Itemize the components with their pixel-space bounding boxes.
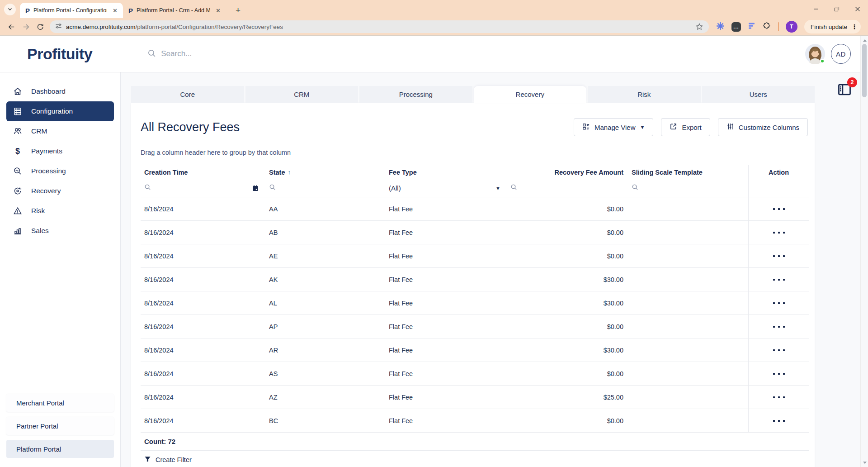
chevron-down-icon: ▼: [495, 186, 500, 191]
sidebar-item-label: Processing: [31, 167, 66, 175]
tab-label: CRM: [294, 91, 309, 98]
sidebar-item-label: Risk: [31, 207, 45, 215]
scrollbar-thumb[interactable]: [862, 44, 867, 97]
filter-recovery-fee-amount[interactable]: [507, 179, 628, 197]
spinner-extension-icon[interactable]: [716, 22, 725, 32]
table-body: 8/16/2024 AA Flat Fee $0.00: [141, 197, 809, 433]
back-icon[interactable]: [5, 20, 18, 33]
portal-button-partner-portal[interactable]: Partner Portal: [6, 417, 114, 435]
portal-switcher: Merchant Portal Partner Portal Platform …: [6, 389, 114, 458]
tab-crm[interactable]: CRM: [245, 86, 359, 103]
vertical-scrollbar[interactable]: [860, 36, 868, 467]
profituity-logo: Profituity: [27, 45, 92, 63]
action-cell: [748, 362, 809, 385]
row-actions-button[interactable]: [763, 343, 795, 357]
url-path: /platform-portal/Configuration/Recovery/…: [136, 24, 283, 30]
column-header-action: Action: [748, 165, 809, 179]
filter-state[interactable]: [265, 179, 385, 197]
row-actions-button[interactable]: [763, 391, 795, 404]
filter-bars-extension-icon[interactable]: [748, 22, 756, 32]
tab-risk[interactable]: Risk: [588, 86, 701, 103]
close-tab-icon[interactable]: ✕: [214, 6, 222, 15]
sidebar-item-configuration[interactable]: Configuration: [6, 101, 114, 121]
tab-label: Users: [750, 91, 767, 98]
sidebar-item-label: Dashboard: [31, 87, 66, 95]
group-by-hint[interactable]: Drag a column header here to group by th…: [131, 136, 815, 165]
browser-menu-icon[interactable]: ⋮: [851, 24, 858, 30]
tab-core[interactable]: Core: [131, 86, 244, 103]
portal-button-platform-portal[interactable]: Platform Portal: [6, 440, 114, 458]
url-domain: acme.demo.profituity.com: [66, 24, 136, 30]
sidebar-item-risk[interactable]: Risk: [6, 201, 114, 221]
action-cell: [748, 268, 809, 291]
bookmark-star-icon[interactable]: [695, 23, 703, 31]
close-button[interactable]: [847, 0, 868, 18]
card-header: All Recovery Fees Manage View ▼ Export: [131, 103, 815, 136]
filter-sliding-scale-template[interactable]: [628, 179, 748, 197]
scroll-down-arrow[interactable]: [861, 459, 868, 466]
tab-search-button[interactable]: [4, 4, 16, 15]
extensions-puzzle-icon[interactable]: [763, 22, 771, 32]
message-extension-icon[interactable]: ...: [731, 22, 741, 32]
browser-profile-avatar[interactable]: T: [786, 21, 797, 33]
tab-users[interactable]: Users: [702, 86, 815, 103]
new-tab-button[interactable]: +: [232, 5, 244, 15]
column-header-sliding-scale-template[interactable]: Sliding Scale Template: [628, 169, 748, 176]
cell-fee-type: Flat Fee: [385, 300, 507, 307]
calendar-icon[interactable]: [252, 185, 259, 192]
minimize-button[interactable]: [806, 0, 826, 18]
forward-icon[interactable]: [19, 20, 33, 33]
portal-button-label: Merchant Portal: [16, 399, 64, 407]
sidebar-item-label: Payments: [31, 147, 62, 155]
row-actions-button[interactable]: [763, 226, 795, 239]
close-tab-icon[interactable]: ✕: [111, 6, 119, 15]
row-actions-button[interactable]: [763, 202, 795, 216]
url-bar[interactable]: acme.demo.profituity.com/platform-portal…: [50, 20, 709, 33]
column-header-fee-type[interactable]: Fee Type: [385, 169, 507, 176]
tab-recovery[interactable]: Recovery: [474, 86, 587, 103]
avatar[interactable]: [805, 44, 825, 64]
create-filter-button[interactable]: Create Filter: [141, 451, 809, 467]
row-actions-button[interactable]: [763, 367, 795, 381]
sidebar-item-payments[interactable]: $ Payments: [6, 141, 114, 161]
reload-icon[interactable]: [33, 20, 47, 33]
filter-creation-time[interactable]: [141, 179, 265, 197]
browser-tab-platform-portal-configuration[interactable]: P Platform Portal - Configuration ✕: [20, 3, 123, 18]
card-actions: Manage View ▼ Export Customize Columns: [574, 118, 808, 136]
site-settings-icon[interactable]: [55, 23, 62, 31]
row-actions-button[interactable]: [763, 414, 795, 428]
cell-fee-type: Flat Fee: [385, 323, 507, 330]
sidebar-item-sales[interactable]: Sales: [6, 221, 114, 241]
column-header-recovery-fee-amount[interactable]: Recovery Fee Amount: [507, 169, 628, 176]
manage-view-button[interactable]: Manage View ▼: [574, 118, 654, 136]
cell-recovery-fee-amount: $0.00: [507, 370, 628, 377]
screen: P Platform Portal - Configuration ✕ P Pl…: [0, 0, 868, 467]
row-actions-button[interactable]: [763, 249, 795, 263]
portal-button-merchant-portal[interactable]: Merchant Portal: [6, 394, 114, 412]
row-actions-button[interactable]: [763, 296, 795, 310]
browser-tab-platform-portal-crm-add-me[interactable]: P Platform Portal - Crm - Add Me ✕: [123, 3, 226, 18]
column-header-creation-time[interactable]: Creation Time: [141, 169, 265, 176]
row-actions-button[interactable]: [763, 320, 795, 334]
tab-processing[interactable]: Processing: [359, 86, 472, 103]
export-button[interactable]: Export: [661, 118, 710, 136]
search-icon: [510, 184, 517, 192]
action-cell: [748, 338, 809, 362]
sidebar-item-processing[interactable]: Processing: [6, 161, 114, 181]
portal-button-label: Platform Portal: [16, 445, 61, 453]
sidebar-item-dashboard[interactable]: Dashboard: [6, 81, 114, 101]
sidebar-item-recovery[interactable]: Recovery: [6, 181, 114, 201]
user-initials-button[interactable]: AD: [831, 44, 851, 64]
side-panel-toggle[interactable]: 2: [835, 81, 854, 100]
sidebar-nav: Dashboard Configuration CRM $ Pay: [6, 81, 114, 241]
search-input[interactable]: [161, 49, 324, 58]
sidebar-item-crm[interactable]: CRM: [6, 121, 114, 141]
row-actions-button[interactable]: [763, 273, 795, 286]
customize-columns-button[interactable]: Customize Columns: [718, 118, 808, 136]
scroll-up-arrow[interactable]: [861, 37, 868, 44]
fee-type-filter-value: (All): [389, 184, 401, 192]
filter-fee-type-dropdown[interactable]: (All) ▼: [385, 179, 507, 197]
restore-button[interactable]: [826, 0, 847, 18]
column-header-state[interactable]: State↑: [265, 169, 385, 176]
finish-update-button[interactable]: Finish update⋮: [804, 20, 861, 33]
